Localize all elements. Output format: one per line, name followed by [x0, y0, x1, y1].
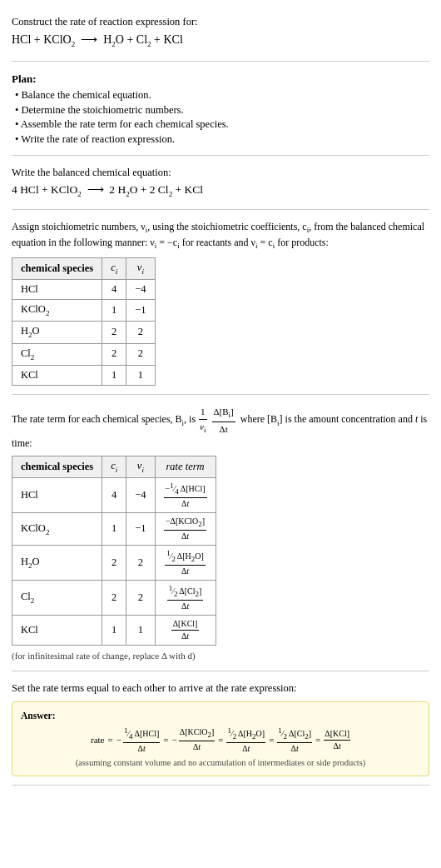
- rt-v-cl2: 2: [126, 580, 155, 615]
- stoichiometric-table: chemical species ci νi HCl 4 −4 KClO2 1 …: [12, 257, 156, 386]
- rt-rate-kcl: Δ[KCl] Δt: [155, 615, 216, 645]
- plan-title: Plan:: [12, 72, 429, 87]
- rate-kclo2-minus: −: [172, 734, 177, 746]
- rt-c-hcl: 4: [102, 478, 126, 513]
- rt-species-kcl: KCl: [12, 615, 102, 645]
- stoichiometric-section: Assign stoichiometric numbers, νi, using…: [12, 213, 429, 395]
- v-cl2: 2: [126, 343, 155, 365]
- assign-text: Assign stoichiometric numbers, νi, using…: [12, 220, 429, 252]
- answer-rate-expression: rate = − 1⁄4 Δ[HCl] Δt = − Δ[KClO2] Δt =…: [21, 726, 420, 755]
- rate-term-section: The rate term for each chemical species,…: [12, 398, 429, 671]
- c-h2o: 2: [102, 322, 126, 343]
- table-row: H2O 2 2 1⁄2 Δ[H2O] Δt: [12, 545, 216, 580]
- answer-box: Answer: rate = − 1⁄4 Δ[HCl] Δt = − Δ[KCl…: [12, 701, 429, 777]
- header-section: Construct the rate of reaction expressio…: [12, 8, 429, 62]
- col-header-v: νi: [126, 257, 155, 279]
- rt-v-kclo2: −1: [126, 513, 155, 546]
- plan-section: Plan: • Balance the chemical equation. •…: [12, 65, 429, 156]
- col-header-c2: ci: [102, 456, 126, 478]
- frac-hcl: 1⁄4 Δ[HCl] Δt: [123, 726, 160, 755]
- rt-species-kclo2: KClO2: [12, 513, 102, 546]
- plan-item-2: • Determine the stoichiometric numbers.: [15, 103, 429, 118]
- frac-kcl: Δ[KCl] Δt: [324, 728, 350, 752]
- plan-item-4: • Write the rate of reaction expression.: [15, 132, 429, 147]
- answer-section: Set the rate terms equal to each other t…: [12, 675, 429, 786]
- v-h2o: 2: [126, 322, 155, 343]
- balanced-section: Write the balanced chemical equation: 4 …: [12, 159, 429, 210]
- c-kclo2: 1: [102, 300, 126, 322]
- equals-4: =: [269, 734, 274, 746]
- species-hcl: HCl: [12, 279, 102, 300]
- equals-5: =: [315, 734, 320, 746]
- equals-3: =: [218, 734, 223, 746]
- answer-note: (assuming constant volume and no accumul…: [21, 757, 420, 770]
- rt-rate-kclo2: −Δ[KClO2] Δt: [155, 513, 216, 546]
- equals-2: =: [163, 734, 168, 746]
- table-row: H2O 2 2: [12, 322, 156, 343]
- table-row: HCl 4 −4 −1⁄4 Δ[HCl] Δt: [12, 478, 216, 513]
- rt-c-kclo2: 1: [102, 513, 126, 546]
- equals-1: =: [107, 734, 112, 746]
- table-row: KCl 1 1 Δ[KCl] Δt: [12, 615, 216, 645]
- rt-c-h2o: 2: [102, 545, 126, 580]
- rt-c-kcl: 1: [102, 615, 126, 645]
- rt-v-h2o: 2: [126, 545, 155, 580]
- rate-term-table: chemical species ci νi rate term HCl 4 −…: [12, 456, 216, 645]
- rt-species-cl2: Cl2: [12, 580, 102, 615]
- col-header-c: ci: [102, 257, 126, 279]
- table-row: KCl 1 1: [12, 365, 156, 386]
- v-kcl: 1: [126, 365, 155, 386]
- rate-term-description: The rate term for each chemical species,…: [12, 405, 429, 451]
- rt-c-cl2: 2: [102, 580, 126, 615]
- c-cl2: 2: [102, 343, 126, 365]
- reaction-equation: HCl + KClO2 ⟶ H2O + Cl2 + KCl: [12, 32, 429, 49]
- species-h2o: H2O: [12, 322, 102, 343]
- table-row: Cl2 2 2: [12, 343, 156, 365]
- c-kcl: 1: [102, 365, 126, 386]
- rt-rate-cl2: 1⁄2 Δ[Cl2] Δt: [155, 580, 216, 615]
- infinitesimal-note: (for infinitesimal rate of change, repla…: [12, 650, 429, 662]
- col-header-species2: chemical species: [12, 456, 102, 478]
- answer-label: Answer:: [21, 709, 420, 722]
- c-hcl: 4: [102, 279, 126, 300]
- balanced-label: Write the balanced chemical equation:: [12, 166, 429, 181]
- set-text: Set the rate terms equal to each other t…: [12, 681, 429, 696]
- frac-kclo2: Δ[KClO2] Δt: [179, 726, 216, 753]
- species-kclo2: KClO2: [12, 300, 102, 322]
- rt-v-hcl: −4: [126, 478, 155, 513]
- intro-text: Construct the rate of reaction expressio…: [12, 15, 429, 30]
- table-row: KClO2 1 −1: [12, 300, 156, 322]
- frac-h2o: 1⁄2 Δ[H2O] Δt: [226, 726, 265, 755]
- rt-rate-h2o: 1⁄2 Δ[H2O] Δt: [155, 545, 216, 580]
- col-header-v2: νi: [126, 456, 155, 478]
- v-hcl: −4: [126, 279, 155, 300]
- rate-label: rate: [91, 734, 104, 746]
- plan-item-3: • Assemble the rate term for each chemic…: [15, 117, 429, 132]
- table-row: Cl2 2 2 1⁄2 Δ[Cl2] Δt: [12, 580, 216, 615]
- rt-species-hcl: HCl: [12, 478, 102, 513]
- balanced-equation: 4 HCl + KClO2 ⟶ 2 H2O + 2 Cl2 + KCl: [12, 182, 429, 199]
- v-kclo2: −1: [126, 300, 155, 322]
- species-cl2: Cl2: [12, 343, 102, 365]
- col-header-rate: rate term: [155, 456, 216, 478]
- species-kcl: KCl: [12, 365, 102, 386]
- rt-rate-hcl: −1⁄4 Δ[HCl] Δt: [155, 478, 216, 513]
- rt-species-h2o: H2O: [12, 545, 102, 580]
- frac-cl2: 1⁄2 Δ[Cl2] Δt: [277, 726, 312, 755]
- table-row: KClO2 1 −1 −Δ[KClO2] Δt: [12, 513, 216, 546]
- table-row: HCl 4 −4: [12, 279, 156, 300]
- rt-v-kcl: 1: [126, 615, 155, 645]
- col-header-species: chemical species: [12, 257, 102, 279]
- plan-item-1: • Balance the chemical equation.: [15, 88, 429, 103]
- rate-hcl: −: [116, 734, 121, 746]
